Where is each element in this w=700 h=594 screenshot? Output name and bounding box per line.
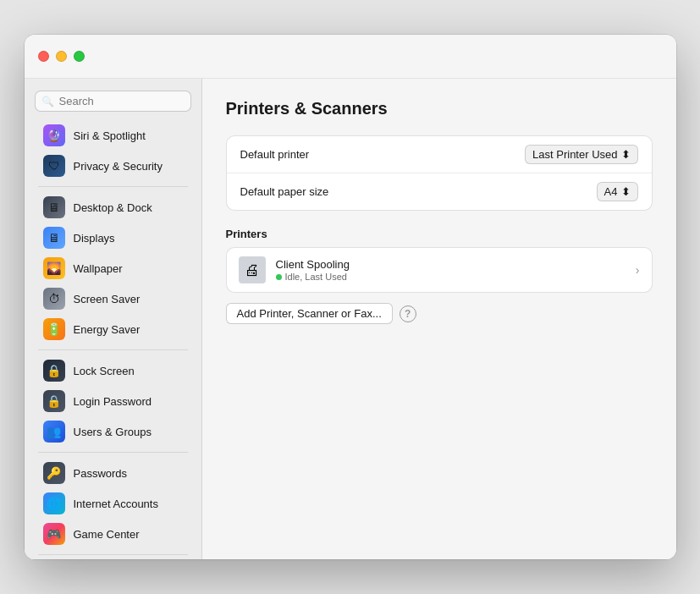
default-paper-row: Default paper size A4 ⬍	[227, 173, 652, 210]
sidebar-item-displays[interactable]: 🖥 Displays	[30, 223, 196, 253]
energy-icon: 🔋	[43, 318, 65, 340]
printers-list: 🖨 Client Spooling Idle, Last Used ›	[226, 247, 653, 293]
internet-icon: 🌐	[43, 492, 65, 514]
gamecenter-icon: 🎮	[43, 523, 65, 545]
siri-icon: 🔮	[43, 124, 65, 146]
sidebar-item-label: Game Center	[74, 528, 140, 541]
printer-status-text: Idle, Last Used	[285, 272, 347, 282]
passwords-icon: 🔑	[43, 462, 65, 484]
bottom-controls: Add Printer, Scanner or Fax... ?	[226, 303, 653, 324]
loginpw-icon: 🔒	[43, 390, 65, 412]
sidebar-item-label: Desktop & Dock	[74, 201, 152, 214]
sidebar-item-label: Energy Saver	[74, 323, 141, 336]
minimize-button[interactable]	[56, 51, 67, 62]
sidebar-item-label: Privacy & Security	[74, 160, 163, 173]
printer-status: Idle, Last Used	[276, 272, 626, 282]
sidebar-item-label: Wallpaper	[74, 262, 123, 275]
desktop-icon: 🖥	[43, 196, 65, 218]
chevron-updown-icon: ⬍	[621, 148, 631, 161]
help-button[interactable]: ?	[400, 305, 416, 322]
sidebar-item-label: Users & Groups	[74, 426, 152, 438]
chevron-updown-icon: ⬍	[621, 185, 631, 198]
system-preferences-window: 🔍 🔮 Siri & Spotlight 🛡 Privacy & Securit…	[25, 35, 676, 559]
sidebar-item-internet[interactable]: 🌐 Internet Accounts	[30, 488, 196, 519]
window-content: 🔍 🔮 Siri & Spotlight 🛡 Privacy & Securit…	[25, 79, 676, 559]
sidebar-item-label: Screen Saver	[74, 293, 141, 305]
sidebar-item-screensaver[interactable]: ⏱ Screen Saver	[30, 283, 196, 314]
printer-device-icon: 🖨	[239, 256, 266, 283]
sidebar-item-lockscreen[interactable]: 🔒 Lock Screen	[30, 355, 196, 386]
search-input[interactable]	[35, 91, 191, 112]
printer-info: Client Spooling Idle, Last Used	[276, 258, 626, 282]
sidebar-item-label: Displays	[74, 232, 115, 245]
default-paper-select-value: A4	[604, 185, 618, 198]
users-icon: 👥	[43, 421, 65, 443]
privacy-icon: 🛡	[43, 155, 65, 177]
search-wrapper: 🔍	[35, 91, 191, 112]
sidebar-item-desktop[interactable]: 🖥 Desktop & Dock	[30, 192, 196, 223]
sidebar-item-gamecenter[interactable]: 🎮 Game Center	[30, 519, 196, 549]
sidebar-item-label: Siri & Spotlight	[74, 129, 146, 142]
status-dot-icon	[276, 274, 282, 280]
wallpaper-icon: 🌄	[43, 257, 65, 279]
default-paper-value: A4 ⬍	[597, 182, 638, 201]
maximize-button[interactable]	[74, 51, 85, 62]
sidebar-item-label: Lock Screen	[74, 365, 135, 377]
default-paper-label: Default paper size	[240, 185, 329, 198]
divider	[38, 554, 188, 555]
close-button[interactable]	[38, 51, 49, 62]
default-settings-group: Default printer Last Printer Used ⬍ Defa…	[226, 135, 653, 211]
sidebar-item-label: Passwords	[74, 467, 128, 480]
printer-name: Client Spooling	[276, 258, 626, 271]
printers-section-title: Printers	[226, 228, 653, 240]
main-content: Printers & Scanners Default printer Last…	[202, 79, 676, 559]
sidebar-item-users[interactable]: 👥 Users & Groups	[30, 416, 196, 447]
printer-row[interactable]: 🖨 Client Spooling Idle, Last Used ›	[227, 248, 652, 292]
sidebar-item-energy[interactable]: 🔋 Energy Saver	[30, 314, 196, 344]
add-printer-button[interactable]: Add Printer, Scanner or Fax...	[226, 303, 393, 324]
divider	[38, 349, 188, 350]
traffic-lights	[38, 51, 85, 62]
sidebar-item-loginpw[interactable]: 🔒 Login Password	[30, 386, 196, 416]
sidebar-item-privacy[interactable]: 🛡 Privacy & Security	[30, 151, 196, 181]
sidebar-item-siri[interactable]: 🔮 Siri & Spotlight	[30, 120, 196, 151]
default-printer-value: Last Printer Used ⬍	[525, 145, 637, 164]
sidebar-item-label: Internet Accounts	[74, 498, 158, 510]
default-printer-label: Default printer	[240, 148, 310, 161]
lockscreen-icon: 🔒	[43, 360, 65, 382]
sidebar-item-wallpaper[interactable]: 🌄 Wallpaper	[30, 253, 196, 283]
divider	[38, 452, 188, 453]
screensaver-icon: ⏱	[43, 288, 65, 310]
default-printer-select[interactable]: Last Printer Used ⬍	[525, 145, 637, 164]
search-container: 🔍	[25, 85, 201, 120]
page-title: Printers & Scanners	[226, 99, 653, 118]
sidebar-item-passwords[interactable]: 🔑 Passwords	[30, 458, 196, 488]
displays-icon: 🖥	[43, 227, 65, 249]
sidebar: 🔍 🔮 Siri & Spotlight 🛡 Privacy & Securit…	[25, 79, 202, 559]
chevron-right-icon: ›	[636, 263, 640, 277]
default-printer-select-value: Last Printer Used	[532, 148, 617, 161]
title-bar	[25, 35, 676, 79]
divider	[38, 186, 188, 187]
printer-icon-glyph: 🖨	[245, 261, 260, 279]
default-printer-row: Default printer Last Printer Used ⬍	[227, 136, 652, 173]
default-paper-select[interactable]: A4 ⬍	[597, 182, 638, 201]
sidebar-item-label: Login Password	[74, 395, 152, 408]
